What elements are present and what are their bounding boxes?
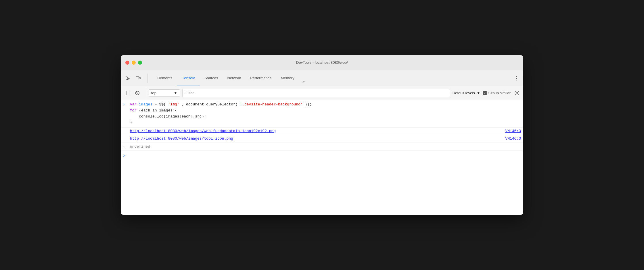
keyword-for: for	[130, 108, 137, 113]
window-title: DevTools - localhost:8080/web/	[296, 60, 348, 65]
toolbar-divider-1	[145, 89, 145, 97]
close-button[interactable]	[125, 61, 129, 65]
undefined-arrow: ‹	[123, 144, 128, 149]
maximize-button[interactable]	[138, 61, 142, 65]
inspect-element-icon[interactable]	[123, 74, 132, 83]
clear-console-button[interactable]	[133, 89, 141, 97]
console-undefined-row: ‹ undefined	[121, 142, 523, 151]
svg-point-6	[516, 92, 518, 94]
entry-prompt-arrow: ›	[123, 102, 128, 106]
vm-ref-1[interactable]: VM146:3	[505, 129, 521, 133]
undefined-value: undefined	[130, 144, 150, 149]
svg-rect-2	[125, 91, 129, 95]
console-toolbar: top ▼ Default levels ▼ ✓ Group similar	[121, 86, 523, 100]
code-block: var images = $$( 'img' , document.queryS…	[130, 102, 521, 126]
filter-input[interactable]	[182, 89, 450, 97]
main-tabs: Elements Console Sources Network Perform…	[152, 70, 512, 86]
console-link-1[interactable]: http://localhost:8080/web/images/web-fun…	[130, 129, 505, 133]
vm-ref-2[interactable]: VM146:3	[505, 136, 521, 141]
string-selector: '.devsite-header-background'	[240, 102, 302, 107]
tab-network[interactable]: Network	[223, 70, 246, 86]
device-toolbar-icon[interactable]	[133, 74, 143, 83]
code-line-2: for (each in images){	[130, 108, 521, 114]
keyword-var: var	[130, 102, 137, 107]
minimize-button[interactable]	[132, 61, 136, 65]
console-code-entry: › var images = $$( 'img' , document.quer…	[121, 100, 523, 128]
tab-performance[interactable]: Performance	[246, 70, 276, 86]
tab-elements[interactable]: Elements	[152, 70, 177, 86]
code-line-4: }	[130, 119, 521, 126]
input-prompt-arrow: >	[123, 154, 125, 158]
console-output: › var images = $$( 'img' , document.quer…	[121, 100, 523, 215]
devtools-icon-group	[123, 74, 147, 83]
devtools-window: DevTools - localhost:8080/web/ Elements	[121, 55, 523, 215]
svg-rect-1	[139, 77, 140, 79]
devtools-menu-button[interactable]: ⋮	[512, 74, 521, 83]
tab-bar: Elements Console Sources Network Perform…	[121, 70, 523, 86]
var-images: images	[139, 102, 152, 107]
code-line-3: console.log(images[each].src);	[130, 114, 521, 120]
string-img: 'img'	[168, 102, 179, 107]
tabs-overflow-button[interactable]: »	[299, 77, 308, 86]
log-levels-dropdown[interactable]: Default levels ▼	[453, 91, 480, 95]
console-input-row: >	[121, 151, 523, 161]
context-selector[interactable]: top ▼	[149, 89, 180, 97]
console-settings-button[interactable]	[513, 89, 521, 97]
console-link-row-1: http://localhost:8080/web/images/web-fun…	[121, 128, 523, 135]
group-similar-option: ✓ Group similar	[483, 91, 511, 95]
code-line-1: var images = $$( 'img' , document.queryS…	[130, 102, 521, 108]
window-controls	[125, 61, 142, 65]
tab-memory[interactable]: Memory	[276, 70, 299, 86]
tab-sources[interactable]: Sources	[200, 70, 223, 86]
title-bar: DevTools - localhost:8080/web/	[121, 55, 523, 70]
svg-rect-0	[136, 77, 139, 79]
sidebar-toggle-button[interactable]	[123, 89, 131, 97]
svg-line-5	[136, 92, 139, 95]
group-similar-checkbox[interactable]: ✓	[483, 91, 487, 95]
console-input[interactable]	[128, 154, 521, 158]
tab-console[interactable]: Console	[177, 70, 200, 86]
console-link-row-2: http://localhost:8080/web/images/tool_ic…	[121, 135, 523, 142]
console-link-2[interactable]: http://localhost:8080/web/images/tool_ic…	[130, 136, 505, 141]
